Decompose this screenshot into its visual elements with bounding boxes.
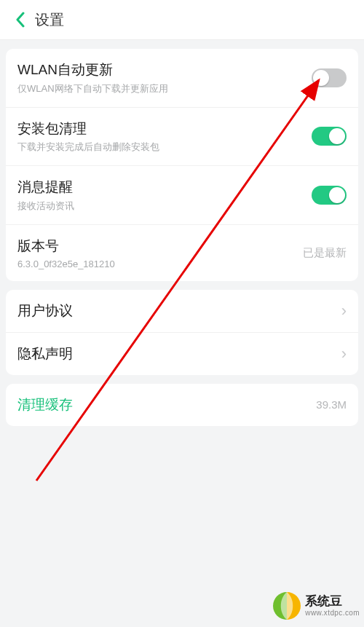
chevron-left-icon [15, 12, 25, 28]
page-title: 设置 [35, 10, 64, 30]
row-subtitle: 接收活动资讯 [17, 200, 312, 213]
toggle-wlan-update[interactable] [312, 68, 347, 87]
row-title: WLAN自动更新 [17, 60, 312, 79]
row-text: 用户协议 [17, 301, 337, 320]
row-text: 消息提醒 接收活动资讯 [17, 178, 312, 213]
watermark: 系统豆 www.xtdpc.com [272, 591, 360, 621]
back-button[interactable] [9, 8, 32, 31]
chevron-right-icon: › [341, 301, 347, 320]
row-title: 版本号 [17, 237, 303, 256]
row-title: 用户协议 [17, 301, 337, 320]
version-status: 已是最新 [303, 246, 347, 260]
cache-size: 39.3M [316, 398, 347, 411]
settings-section-3: 清理缓存 39.3M [6, 384, 358, 426]
watermark-text: 系统豆 www.xtdpc.com [305, 595, 360, 617]
row-subtitle: 6.3.0_0f32e5e_181210 [17, 259, 303, 269]
row-pkg-clean[interactable]: 安装包清理 下载并安装完成后自动删除安装包 [6, 107, 358, 166]
header: 设置 [0, 0, 364, 40]
row-text: WLAN自动更新 仅WLAN网络下自动下载并更新应用 [17, 60, 312, 95]
row-text: 清理缓存 [17, 395, 316, 414]
row-msg-notify[interactable]: 消息提醒 接收活动资讯 [6, 165, 358, 224]
row-title: 消息提醒 [17, 178, 312, 197]
row-text: 安装包清理 下载并安装完成后自动删除安装包 [17, 119, 312, 154]
row-subtitle: 下载并安装完成后自动删除安装包 [17, 141, 312, 154]
row-clear-cache[interactable]: 清理缓存 39.3M [6, 384, 358, 426]
row-wlan-update[interactable]: WLAN自动更新 仅WLAN网络下自动下载并更新应用 [6, 49, 358, 107]
row-title: 隐私声明 [17, 344, 337, 363]
settings-section-2: 用户协议 › 隐私声明 › [6, 290, 358, 375]
row-privacy[interactable]: 隐私声明 › [6, 332, 358, 375]
watermark-logo-icon [272, 591, 302, 621]
row-text: 隐私声明 [17, 344, 337, 363]
row-subtitle: 仅WLAN网络下自动下载并更新应用 [17, 82, 312, 95]
row-title: 清理缓存 [17, 395, 316, 414]
row-text: 版本号 6.3.0_0f32e5e_181210 [17, 237, 303, 269]
settings-section-1: WLAN自动更新 仅WLAN网络下自动下载并更新应用 安装包清理 下载并安装完成… [6, 49, 358, 281]
toggle-pkg-clean[interactable] [312, 127, 347, 146]
row-version[interactable]: 版本号 6.3.0_0f32e5e_181210 已是最新 [6, 224, 358, 281]
chevron-right-icon: › [341, 344, 347, 363]
row-user-agreement[interactable]: 用户协议 › [6, 290, 358, 332]
watermark-name: 系统豆 [305, 595, 360, 609]
row-title: 安装包清理 [17, 119, 312, 138]
watermark-url: www.xtdpc.com [305, 609, 360, 617]
toggle-msg-notify[interactable] [312, 186, 347, 205]
